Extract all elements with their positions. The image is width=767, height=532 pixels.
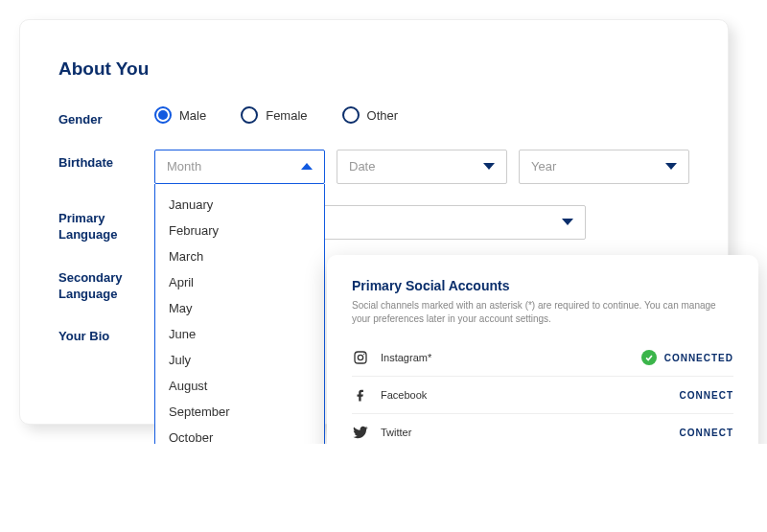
radio-icon	[154, 106, 172, 124]
caret-up-icon	[301, 163, 313, 170]
month-option[interactable]: September	[155, 399, 324, 425]
gender-female-radio[interactable]: Female	[241, 106, 307, 124]
your-bio-label: Your Bio	[58, 323, 154, 345]
month-option[interactable]: July	[155, 347, 324, 373]
instagram-icon	[352, 349, 369, 366]
social-row-instagram: Instagram* CONNECTED	[352, 339, 733, 377]
gender-label: Gender	[58, 106, 154, 128]
radio-label: Female	[266, 108, 307, 123]
connect-button[interactable]: CONNECT	[680, 428, 733, 438]
connected-label: CONNECTED	[664, 353, 733, 363]
social-row-twitter: Twitter CONNECT	[352, 414, 733, 444]
month-option[interactable]: August	[155, 373, 324, 399]
gender-other-radio[interactable]: Other	[342, 106, 399, 124]
month-option[interactable]: May	[155, 295, 324, 321]
social-name: Facebook	[381, 389, 680, 401]
secondary-language-label: Secondary Language	[58, 265, 154, 303]
svg-point-2	[363, 354, 364, 355]
month-option[interactable]: October	[155, 425, 324, 444]
social-accounts-card: Primary Social Accounts Social channels …	[327, 255, 758, 444]
social-title: Primary Social Accounts	[352, 278, 733, 293]
caret-down-icon	[483, 163, 495, 170]
radio-icon	[342, 106, 360, 124]
svg-point-1	[358, 355, 362, 359]
twitter-icon	[352, 424, 369, 441]
primary-language-label: Primary Language	[58, 205, 154, 243]
year-placeholder: Year	[531, 159, 556, 173]
month-select[interactable]: Month JanuaryFebruaryMarchAprilMayJuneJu…	[154, 150, 325, 184]
birthdate-selects: Month JanuaryFebruaryMarchAprilMayJuneJu…	[154, 150, 689, 184]
year-select[interactable]: Year	[519, 150, 689, 184]
social-name: Twitter	[381, 427, 680, 438]
facebook-icon	[352, 386, 369, 404]
svg-rect-0	[355, 352, 366, 363]
gender-male-radio[interactable]: Male	[154, 106, 206, 124]
month-option[interactable]: January	[155, 192, 324, 218]
month-option[interactable]: February	[155, 218, 324, 243]
birthdate-label: Birthdate	[58, 150, 154, 172]
date-select[interactable]: Date	[337, 150, 507, 184]
month-dropdown: JanuaryFebruaryMarchAprilMayJuneJulyAugu…	[154, 184, 325, 444]
primary-language-row: Primary Language	[58, 205, 689, 243]
month-option[interactable]: June	[155, 321, 324, 347]
caret-down-icon	[665, 163, 677, 170]
check-icon	[641, 350, 657, 365]
social-description: Social channels marked with an asterisk …	[352, 299, 733, 326]
radio-label: Other	[367, 108, 399, 123]
month-option[interactable]: April	[155, 269, 324, 295]
connect-button[interactable]: CONNECT	[680, 390, 733, 401]
social-name: Instagram*	[381, 352, 641, 363]
social-row-facebook: Facebook CONNECT	[352, 377, 733, 414]
radio-icon	[241, 106, 258, 124]
gender-options: Male Female Other	[154, 106, 689, 124]
section-title: About You	[58, 58, 689, 80]
gender-row: Gender Male Female Other	[58, 106, 689, 128]
about-you-card: About You Gender Male Female Other Birth…	[19, 19, 729, 425]
caret-down-icon	[562, 219, 573, 225]
month-option[interactable]: March	[155, 243, 324, 269]
month-placeholder: Month	[167, 159, 201, 173]
date-placeholder: Date	[349, 159, 375, 173]
birthdate-row: Birthdate Month JanuaryFebruaryMarchApri…	[58, 150, 689, 184]
radio-label: Male	[179, 108, 206, 123]
